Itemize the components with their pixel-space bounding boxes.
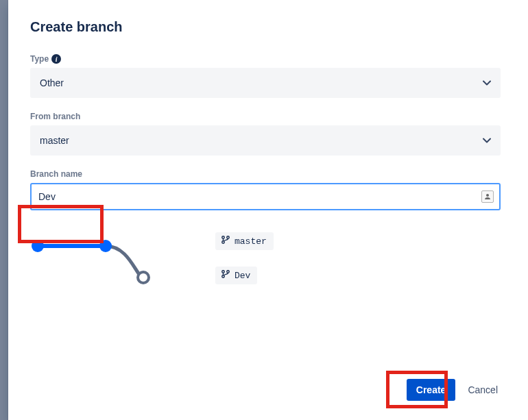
branch-tags: master Dev	[215, 232, 274, 284]
svg-point-0	[486, 194, 489, 197]
type-label: Type i	[30, 54, 501, 64]
from-branch-value: master	[40, 135, 69, 146]
svg-point-10	[227, 271, 230, 273]
type-select[interactable]: Other	[30, 68, 501, 98]
dialog-title: Create branch	[30, 19, 501, 35]
contact-card-icon[interactable]	[481, 190, 494, 203]
cancel-button[interactable]: Cancel	[465, 379, 501, 401]
create-branch-dialog: Create branch Type i Other From branch m…	[8, 0, 528, 420]
branch-icon	[221, 235, 230, 247]
branch-icon	[221, 269, 230, 282]
source-branch-tag: master	[215, 232, 274, 250]
branch-name-label: Branch name	[30, 169, 501, 179]
target-branch-tag: Dev	[215, 267, 257, 284]
from-branch-select[interactable]: master	[30, 125, 501, 156]
svg-point-3	[99, 240, 112, 252]
info-icon[interactable]: i	[51, 54, 61, 64]
create-button[interactable]: Create	[407, 379, 456, 401]
dialog-footer: Create Cancel	[407, 379, 501, 401]
svg-point-6	[222, 241, 225, 244]
svg-point-5	[222, 236, 225, 239]
svg-point-2	[32, 240, 44, 252]
svg-point-8	[222, 271, 225, 273]
graph-svg	[30, 236, 154, 291]
chevron-down-icon	[483, 136, 491, 145]
branch-name-input[interactable]	[30, 183, 501, 210]
branch-diagram: master Dev	[30, 236, 501, 291]
branch-name-field	[30, 183, 501, 210]
svg-point-4	[138, 272, 149, 283]
svg-point-9	[222, 275, 225, 278]
svg-point-7	[227, 236, 230, 239]
from-branch-label: From branch	[30, 112, 501, 121]
chevron-down-icon	[483, 79, 491, 87]
type-value: Other	[40, 77, 64, 88]
